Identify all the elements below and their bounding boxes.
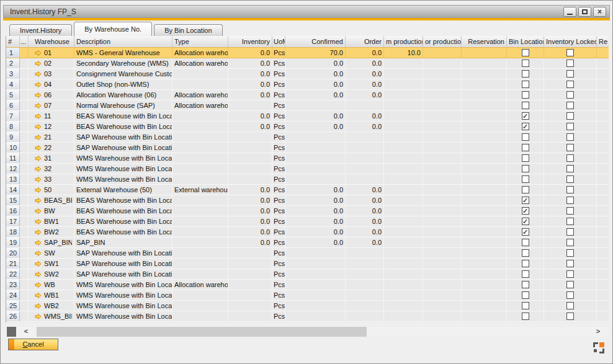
resize-grip-icon[interactable] <box>593 342 604 353</box>
row-number-cell[interactable]: 12 <box>6 164 20 174</box>
row-number-cell[interactable]: 21 <box>6 259 20 269</box>
bin-location-checkbox[interactable] <box>522 49 529 56</box>
column-header-wh[interactable]: Warehouse <box>29 36 74 47</box>
table-row-15[interactable]: 15 BEAS_BIN BEAS Warehouse with Bin Loca… <box>6 195 609 206</box>
table-row-17[interactable]: 17 BW1 BEAS Warehouse with Bin Location … <box>6 216 609 227</box>
close-button[interactable]: × <box>593 7 606 17</box>
column-header-dots[interactable]: ... <box>20 36 29 47</box>
table-row-12[interactable]: 12 32 WMS Warehouse with Bin Location Pc… <box>6 164 609 174</box>
link-arrow-icon[interactable] <box>35 282 42 288</box>
link-arrow-icon[interactable] <box>35 71 42 78</box>
row-indicator-cell[interactable] <box>20 280 29 290</box>
table-row-5[interactable]: 5 06 Allocation Warehouse (06) Allocatio… <box>6 90 609 100</box>
link-arrow-icon[interactable] <box>35 50 42 56</box>
inventory-locked-checkbox[interactable] <box>566 165 574 172</box>
inventory-locked-checkbox[interactable] <box>566 218 574 225</box>
link-arrow-icon[interactable] <box>35 229 42 236</box>
link-arrow-icon[interactable] <box>35 113 42 120</box>
link-arrow-icon[interactable] <box>35 218 42 225</box>
inventory-locked-checkbox[interactable] <box>566 197 574 204</box>
row-number-cell[interactable]: 10 <box>6 143 20 153</box>
tab-by-warehouse-no[interactable]: By Warehouse No. <box>74 22 152 36</box>
row-indicator-cell[interactable] <box>20 164 29 174</box>
bin-location-checkbox[interactable] <box>522 270 529 278</box>
inventory-locked-checkbox[interactable] <box>566 144 574 151</box>
row-indicator-cell[interactable] <box>20 90 29 100</box>
inventory-locked-checkbox[interactable] <box>566 291 574 299</box>
link-arrow-icon[interactable] <box>35 92 42 99</box>
row-number-cell[interactable]: 22 <box>6 269 20 279</box>
table-row-6[interactable]: 6 07 Normal Warehouse (SAP) Allocation w… <box>6 100 609 111</box>
row-number-cell[interactable]: 24 <box>6 290 20 300</box>
row-number-cell[interactable]: 19 <box>6 237 20 247</box>
table-row-20[interactable]: 20 SW SAP Warehouse with Bin Locations P… <box>6 248 609 259</box>
link-arrow-icon[interactable] <box>35 239 42 246</box>
table-row-10[interactable]: 10 22 SAP Warehouse with Bin Locations P… <box>6 143 609 153</box>
table-row-1[interactable]: 1 01 WMS - General Warehouse Allocation … <box>6 47 609 58</box>
row-indicator-cell[interactable] <box>20 259 29 269</box>
link-arrow-icon[interactable] <box>35 187 42 193</box>
bin-location-checkbox[interactable] <box>522 249 529 257</box>
row-indicator-cell[interactable] <box>20 195 29 205</box>
link-arrow-icon[interactable] <box>35 197 42 204</box>
inventory-locked-checkbox[interactable] <box>566 154 574 162</box>
bin-location-checkbox[interactable] <box>522 154 529 162</box>
bin-location-checkbox[interactable]: ✓ <box>522 207 529 215</box>
table-row-19[interactable]: 19 SAP_BIN SAP_BIN 0.0 Pcs 0.0 0.0 <box>6 237 609 248</box>
table-row-25[interactable]: 25 WB2 WMS Warehouse with Bin Location P… <box>6 301 609 311</box>
bin-location-checkbox[interactable] <box>522 91 529 99</box>
row-number-cell[interactable]: 26 <box>6 311 20 321</box>
link-arrow-icon[interactable] <box>35 303 42 309</box>
inventory-locked-checkbox[interactable] <box>566 81 574 88</box>
bin-location-checkbox[interactable] <box>522 186 529 193</box>
inventory-locked-checkbox[interactable] <box>566 260 574 267</box>
link-arrow-icon[interactable] <box>35 271 42 278</box>
row-indicator-cell[interactable] <box>20 79 29 89</box>
bin-location-checkbox[interactable]: ✓ <box>522 123 529 130</box>
inventory-locked-checkbox[interactable] <box>566 123 574 130</box>
inventory-locked-checkbox[interactable] <box>566 60 574 67</box>
scrollbar-thumb[interactable] <box>37 327 367 337</box>
table-row-11[interactable]: 11 31 WMS Warehouse with Bin Location Pc… <box>6 153 609 164</box>
row-indicator-cell[interactable] <box>20 248 29 258</box>
bin-location-checkbox[interactable] <box>522 133 529 141</box>
row-number-cell[interactable]: 5 <box>6 90 20 100</box>
link-arrow-icon[interactable] <box>35 260 42 267</box>
row-number-cell[interactable]: 2 <box>6 58 20 68</box>
scroll-left-arrow-icon[interactable]: < <box>20 327 32 337</box>
row-number-cell[interactable]: 25 <box>6 301 20 311</box>
bin-location-checkbox[interactable] <box>522 313 529 320</box>
table-row-22[interactable]: 22 SW2 SAP Warehouse with Bin Locations … <box>6 269 609 280</box>
bin-location-checkbox[interactable] <box>522 60 529 67</box>
bin-location-checkbox[interactable] <box>522 81 529 88</box>
table-row-2[interactable]: 2 02 Secondary Warehouse (WMS) Allocatio… <box>6 58 609 69</box>
link-arrow-icon[interactable] <box>35 176 42 183</box>
table-row-13[interactable]: 13 33 WMS Warehouse with Bin Location Pc… <box>6 174 609 185</box>
column-header-num[interactable]: # <box>6 36 20 47</box>
link-arrow-icon[interactable] <box>35 313 42 320</box>
bin-location-checkbox[interactable]: ✓ <box>522 218 529 225</box>
table-row-21[interactable]: 21 SW1 SAP Warehouse with Bin Locations … <box>6 259 609 269</box>
inventory-locked-checkbox[interactable] <box>566 239 574 246</box>
row-number-cell[interactable]: 13 <box>6 174 20 184</box>
link-arrow-icon[interactable] <box>35 123 42 130</box>
inventory-locked-checkbox[interactable] <box>566 270 574 278</box>
column-header-re[interactable]: Re <box>597 36 609 47</box>
column-header-resv[interactable]: Reservation <box>462 36 507 47</box>
link-arrow-icon[interactable] <box>35 102 42 109</box>
inventory-locked-checkbox[interactable] <box>566 313 574 320</box>
link-arrow-icon[interactable] <box>35 155 42 162</box>
row-indicator-cell[interactable] <box>20 206 29 216</box>
table-row-14[interactable]: 14 50 External Warehouse (50) External w… <box>6 185 609 195</box>
row-indicator-cell[interactable] <box>20 237 29 247</box>
row-indicator-cell[interactable] <box>20 216 29 226</box>
row-indicator-cell[interactable] <box>20 301 29 311</box>
link-arrow-icon[interactable] <box>35 166 42 172</box>
bin-location-checkbox[interactable] <box>522 165 529 172</box>
row-number-cell[interactable]: 18 <box>6 227 20 237</box>
table-row-18[interactable]: 18 BW2 BEAS Warehouse with Bin Location … <box>6 227 609 237</box>
inventory-locked-checkbox[interactable] <box>566 112 574 120</box>
table-row-23[interactable]: 23 WB WMS Warehouse with Bin Location Al… <box>6 280 609 290</box>
row-number-cell[interactable]: 16 <box>6 206 20 216</box>
row-number-cell[interactable]: 9 <box>6 132 20 142</box>
